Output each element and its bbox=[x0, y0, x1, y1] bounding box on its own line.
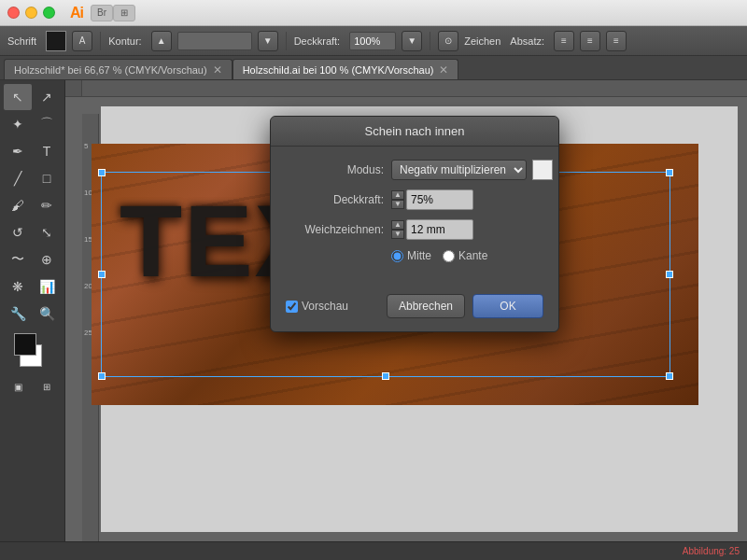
scale-tool[interactable]: ⤡ bbox=[33, 219, 61, 245]
pencil-tool[interactable]: ✏ bbox=[33, 192, 61, 218]
ok-button[interactable]: OK bbox=[472, 294, 543, 318]
weichzeichnen-up[interactable]: ▲ bbox=[391, 220, 404, 230]
radio-kante-label[interactable]: Kante bbox=[443, 249, 487, 262]
shape-tool[interactable]: □ bbox=[33, 165, 61, 191]
radio-mitte-label[interactable]: Mitte bbox=[391, 249, 431, 262]
tool-row-9: 🔧 🔍 bbox=[4, 301, 61, 327]
arrange-icon: ⊞ bbox=[113, 5, 135, 21]
weichzeichnen-arrows: ▲ ▼ bbox=[391, 220, 404, 239]
schrift-label: Schrift bbox=[7, 35, 36, 47]
warp-tool[interactable]: 〜 bbox=[4, 246, 32, 273]
tab-holzschild-66[interactable]: Holzschild* bei 66,67 % (CMYK/Vorschau) … bbox=[4, 59, 233, 79]
deckkraft-up[interactable]: ▲ bbox=[391, 190, 404, 200]
deckkraft-row: Deckkraft: ▲ ▼ bbox=[286, 189, 543, 210]
kontur-input[interactable] bbox=[177, 32, 252, 50]
fill-swatch[interactable] bbox=[14, 333, 36, 356]
vorschau-checkbox-wrap[interactable]: Vorschau bbox=[286, 300, 379, 313]
absatz-label: Absatz: bbox=[510, 35, 544, 47]
modus-label: Modus: bbox=[286, 163, 384, 176]
align-right-btn[interactable]: ≡ bbox=[606, 31, 627, 51]
type-tool[interactable]: T bbox=[33, 138, 61, 164]
maximize-button[interactable] bbox=[43, 7, 55, 19]
tabbar: Holzschild* bei 66,67 % (CMYK/Vorschau) … bbox=[0, 56, 747, 80]
traffic-lights bbox=[7, 7, 55, 19]
canvas-area: 50 100 150 200 250 300 350 5 10 15 20 25 bbox=[65, 80, 747, 541]
fill-stroke-swatch[interactable] bbox=[14, 333, 51, 367]
paintbrush-tool[interactable]: 🖌 bbox=[4, 192, 32, 218]
sidebar: ↖ ↗ ✦ ⌒ ✒ T ╱ □ 🖌 ✏ ↺ ⤡ 〜 ⊕ ❋ 📊 bbox=[0, 80, 65, 541]
pen-tool[interactable]: ✒ bbox=[4, 138, 32, 164]
titlebar: Ai Br ⊞ bbox=[0, 0, 747, 26]
tool-row-8: ❋ 📊 bbox=[4, 273, 61, 300]
tool-row-6: ↺ ⤡ bbox=[4, 219, 61, 245]
sep2 bbox=[286, 32, 287, 50]
weichzeichnen-input[interactable] bbox=[406, 219, 473, 240]
deckkraft-down-btn[interactable]: ▼ bbox=[402, 31, 422, 51]
align-center-btn[interactable]: ≡ bbox=[580, 31, 600, 51]
tool-row-5: 🖌 ✏ bbox=[4, 192, 61, 218]
tool-row-7: 〜 ⊕ bbox=[4, 246, 61, 273]
abbrechen-button[interactable]: Abbrechen bbox=[387, 294, 465, 318]
deckkraft-down[interactable]: ▼ bbox=[391, 200, 404, 209]
swatches bbox=[4, 331, 61, 369]
deckkraft-input[interactable]: 100% bbox=[349, 32, 396, 50]
tool-row-3: ✒ T bbox=[4, 138, 61, 164]
font-style-btn[interactable]: A bbox=[72, 31, 92, 51]
vorschau-checkbox[interactable] bbox=[286, 301, 298, 313]
line-tool[interactable]: ╱ bbox=[4, 165, 32, 191]
kontur-up-btn[interactable]: ▲ bbox=[151, 31, 172, 51]
magic-wand-tool[interactable]: ✦ bbox=[4, 111, 32, 137]
app-logo: Ai bbox=[70, 5, 83, 21]
tool-row-extra: ▣ ⊞ bbox=[4, 373, 61, 399]
main-area: ↖ ↗ ✦ ⌒ ✒ T ╱ □ 🖌 ✏ ↺ ⤡ 〜 ⊕ ❋ 📊 bbox=[0, 80, 747, 541]
status-text: Abbildung: 25 bbox=[683, 546, 740, 556]
tab-holzschild-100[interactable]: Holzschild.ai bei 100 % (CMYK/Vorschau) … bbox=[233, 59, 459, 79]
tab-label-active: Holzschild.ai bei 100 % (CMYK/Vorschau) bbox=[243, 64, 434, 76]
kontur-picker-btn[interactable]: ▼ bbox=[258, 31, 278, 51]
deckkraft-input[interactable] bbox=[406, 189, 473, 210]
radio-kante-text: Kante bbox=[458, 249, 487, 262]
dialog-title: Schein nach innen bbox=[271, 117, 558, 147]
zoom-tool[interactable]: 🔍 bbox=[33, 301, 61, 327]
br-icon: Br bbox=[91, 5, 113, 21]
change-mode-btn[interactable]: ⊞ bbox=[33, 373, 61, 399]
dialog-footer: Vorschau Abbrechen OK bbox=[271, 287, 558, 331]
radio-kante[interactable] bbox=[443, 250, 455, 262]
tab-close-1[interactable]: ✕ bbox=[213, 63, 222, 77]
symbol-tool[interactable]: ❋ bbox=[4, 273, 32, 300]
color-swatch[interactable] bbox=[532, 160, 553, 180]
kontur-label: Kontur: bbox=[108, 35, 141, 47]
tool-row-2: ✦ ⌒ bbox=[4, 111, 61, 137]
select-tool[interactable]: ↖ bbox=[4, 84, 32, 110]
rotate-tool[interactable]: ↺ bbox=[4, 219, 32, 245]
fill-swatch[interactable] bbox=[46, 31, 66, 51]
minimize-button[interactable] bbox=[25, 7, 37, 19]
tab-close-2[interactable]: ✕ bbox=[439, 63, 448, 77]
direct-select-tool[interactable]: ↗ bbox=[33, 84, 61, 110]
dialog-body: Modus: Negativ multiplizieren Deckkraft: bbox=[271, 147, 558, 287]
deckkraft-arrows: ▲ ▼ bbox=[391, 190, 404, 209]
modus-select[interactable]: Negativ multiplizieren bbox=[391, 160, 527, 180]
statusbar: Abbildung: 25 bbox=[0, 541, 747, 560]
close-button[interactable] bbox=[7, 7, 20, 19]
eyedropper-tool[interactable]: 🔧 bbox=[4, 301, 32, 327]
deckkraft-spinner: ▲ ▼ bbox=[391, 189, 473, 210]
lasso-tool[interactable]: ⌒ bbox=[33, 111, 61, 137]
radio-row: Mitte Kante bbox=[286, 249, 543, 262]
radio-mitte[interactable] bbox=[391, 250, 403, 262]
screen-mode-btn[interactable]: ▣ bbox=[4, 373, 32, 399]
graph-tool[interactable]: 📊 bbox=[33, 273, 61, 300]
weichzeichnen-row: Weichzeichnen: ▲ ▼ bbox=[286, 219, 543, 240]
weichzeichnen-spinner: ▲ ▼ bbox=[391, 219, 473, 240]
icon-circle-btn[interactable]: ⊙ bbox=[438, 31, 458, 51]
sep3 bbox=[430, 32, 430, 50]
weichzeichnen-down[interactable]: ▼ bbox=[391, 230, 404, 239]
canvas-content: 5 10 15 20 25 TEXTUR bbox=[82, 97, 747, 541]
dialog-overlay: Schein nach innen Modus: Negativ multipl… bbox=[82, 97, 747, 541]
deckkraft-dialog-label: Deckkraft: bbox=[286, 193, 384, 206]
toolbar: Schrift A Kontur: ▲ ▼ Deckkraft: 100% ▼ … bbox=[0, 26, 747, 56]
free-transform-tool[interactable]: ⊕ bbox=[33, 246, 61, 273]
vorschau-label: Vorschau bbox=[302, 300, 348, 313]
weichzeichnen-label: Weichzeichnen: bbox=[286, 223, 384, 236]
align-left-btn[interactable]: ≡ bbox=[554, 31, 574, 51]
